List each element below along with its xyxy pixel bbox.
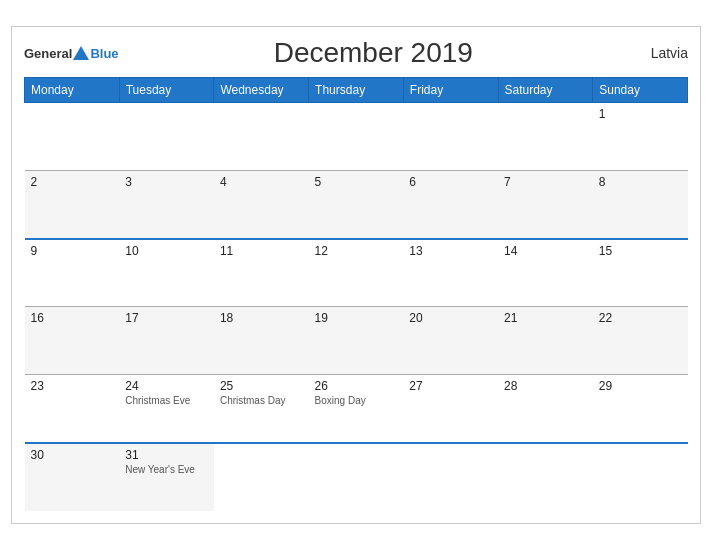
day-number: 28: [504, 379, 587, 393]
day-number: 14: [504, 244, 587, 258]
weekday-header-monday: Monday: [25, 78, 120, 103]
calendar-week-row: 1: [25, 103, 688, 171]
calendar-day-cell: 17: [119, 307, 214, 375]
calendar-day-cell: 7: [498, 171, 593, 239]
calendar-day-cell: 3: [119, 171, 214, 239]
day-number: 22: [599, 311, 682, 325]
logo-general-text: General: [24, 46, 72, 61]
calendar-week-row: 2324Christmas Eve25Christmas Day26Boxing…: [25, 375, 688, 443]
logo: General Blue: [24, 46, 119, 61]
day-number: 25: [220, 379, 303, 393]
day-number: 21: [504, 311, 587, 325]
calendar-day-cell: [25, 103, 120, 171]
weekday-header-wednesday: Wednesday: [214, 78, 309, 103]
day-number: 6: [409, 175, 492, 189]
calendar-day-cell: 5: [309, 171, 404, 239]
logo-blue-text: Blue: [90, 46, 118, 61]
calendar-day-cell: 23: [25, 375, 120, 443]
day-number: 19: [315, 311, 398, 325]
calendar-day-cell: 25Christmas Day: [214, 375, 309, 443]
calendar-week-row: 2345678: [25, 171, 688, 239]
calendar-day-cell: 21: [498, 307, 593, 375]
country-label: Latvia: [628, 45, 688, 61]
day-number: 15: [599, 244, 682, 258]
day-number: 9: [31, 244, 114, 258]
weekday-header-thursday: Thursday: [309, 78, 404, 103]
calendar-day-cell: 13: [403, 239, 498, 307]
day-number: 30: [31, 448, 114, 462]
calendar-day-cell: [119, 103, 214, 171]
day-number: 13: [409, 244, 492, 258]
calendar-day-cell: 31New Year's Eve: [119, 443, 214, 511]
calendar-day-cell: [403, 103, 498, 171]
day-number: 3: [125, 175, 208, 189]
weekday-header-saturday: Saturday: [498, 78, 593, 103]
weekday-header-row: MondayTuesdayWednesdayThursdayFridaySatu…: [25, 78, 688, 103]
calendar-day-cell: 24Christmas Eve: [119, 375, 214, 443]
calendar-day-cell: 14: [498, 239, 593, 307]
day-number: 18: [220, 311, 303, 325]
calendar-day-cell: 28: [498, 375, 593, 443]
calendar-day-cell: 26Boxing Day: [309, 375, 404, 443]
calendar-day-cell: 6: [403, 171, 498, 239]
calendar-day-cell: [214, 103, 309, 171]
calendar-day-cell: 2: [25, 171, 120, 239]
calendar-week-row: 3031New Year's Eve: [25, 443, 688, 511]
calendar-day-cell: 20: [403, 307, 498, 375]
weekday-header-sunday: Sunday: [593, 78, 688, 103]
calendar-day-cell: 29: [593, 375, 688, 443]
day-number: 26: [315, 379, 398, 393]
logo-triangle-icon: [73, 46, 89, 60]
calendar-day-cell: 4: [214, 171, 309, 239]
calendar-day-cell: 18: [214, 307, 309, 375]
event-label: Boxing Day: [315, 395, 398, 406]
day-number: 17: [125, 311, 208, 325]
day-number: 31: [125, 448, 208, 462]
calendar-week-row: 16171819202122: [25, 307, 688, 375]
calendar-day-cell: 10: [119, 239, 214, 307]
calendar-day-cell: 22: [593, 307, 688, 375]
calendar-table: MondayTuesdayWednesdayThursdayFridaySatu…: [24, 77, 688, 511]
calendar-day-cell: [593, 443, 688, 511]
calendar-header: General Blue December 2019 Latvia: [24, 37, 688, 69]
calendar-day-cell: [309, 443, 404, 511]
calendar-title: December 2019: [119, 37, 628, 69]
day-number: 10: [125, 244, 208, 258]
calendar-day-cell: 11: [214, 239, 309, 307]
day-number: 24: [125, 379, 208, 393]
calendar-day-cell: [498, 103, 593, 171]
day-number: 23: [31, 379, 114, 393]
day-number: 11: [220, 244, 303, 258]
calendar-day-cell: [214, 443, 309, 511]
day-number: 5: [315, 175, 398, 189]
day-number: 4: [220, 175, 303, 189]
calendar-day-cell: 1: [593, 103, 688, 171]
day-number: 7: [504, 175, 587, 189]
weekday-header-friday: Friday: [403, 78, 498, 103]
calendar-week-row: 9101112131415: [25, 239, 688, 307]
calendar-container: General Blue December 2019 Latvia Monday…: [11, 26, 701, 524]
day-number: 12: [315, 244, 398, 258]
calendar-day-cell: 27: [403, 375, 498, 443]
day-number: 27: [409, 379, 492, 393]
calendar-day-cell: 30: [25, 443, 120, 511]
calendar-day-cell: [403, 443, 498, 511]
day-number: 20: [409, 311, 492, 325]
calendar-day-cell: 9: [25, 239, 120, 307]
calendar-day-cell: 12: [309, 239, 404, 307]
event-label: Christmas Eve: [125, 395, 208, 406]
day-number: 16: [31, 311, 114, 325]
day-number: 2: [31, 175, 114, 189]
calendar-day-cell: 16: [25, 307, 120, 375]
calendar-day-cell: 15: [593, 239, 688, 307]
calendar-day-cell: [309, 103, 404, 171]
day-number: 8: [599, 175, 682, 189]
weekday-header-tuesday: Tuesday: [119, 78, 214, 103]
event-label: Christmas Day: [220, 395, 303, 406]
day-number: 29: [599, 379, 682, 393]
calendar-day-cell: 19: [309, 307, 404, 375]
calendar-day-cell: [498, 443, 593, 511]
calendar-day-cell: 8: [593, 171, 688, 239]
event-label: New Year's Eve: [125, 464, 208, 475]
day-number: 1: [599, 107, 682, 121]
